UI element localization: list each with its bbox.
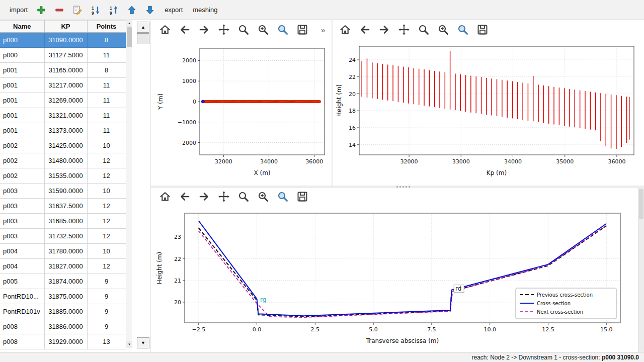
cell-points[interactable]: 9 [87, 319, 126, 334]
cell-name[interactable]: p001 [0, 93, 44, 108]
table-scrollbar-thumb[interactable] [127, 27, 132, 47]
cell-name[interactable]: p004 [0, 259, 44, 274]
panel-scrollbar[interactable]: ▲ ▼ [137, 22, 149, 348]
table-row[interactable]: p00131373.000011 [0, 123, 126, 138]
cell-kp[interactable]: 31929.0000 [44, 334, 87, 349]
cell-points[interactable]: 12 [87, 259, 126, 274]
cell-points[interactable]: 11 [87, 48, 126, 63]
table-row[interactable]: PontRD101v31885.00009 [0, 304, 126, 319]
cell-name[interactable]: p002 [0, 153, 44, 168]
table-row[interactable]: p00131321.000011 [0, 108, 126, 123]
table-row[interactable]: PontRD10...31875.00009 [0, 289, 126, 304]
cell-name[interactable]: p004 [0, 244, 44, 259]
zoom-in-button[interactable] [256, 23, 271, 37]
cell-points[interactable]: 10 [87, 138, 126, 153]
sort-descending-button[interactable]: 19 [90, 4, 103, 17]
zoom-select-button[interactable] [456, 23, 471, 37]
pan-button[interactable] [217, 23, 232, 37]
save-button[interactable] [475, 23, 491, 37]
cell-kp[interactable]: 31217.0000 [44, 78, 87, 93]
home-button[interactable] [158, 23, 173, 37]
import-button[interactable]: import [7, 5, 30, 15]
cell-kp[interactable]: 31480.0000 [44, 153, 87, 168]
home-button[interactable] [158, 190, 173, 204]
zoom-in-button[interactable] [256, 190, 271, 204]
zoom-button[interactable] [417, 23, 432, 37]
cell-kp[interactable]: 31886.0000 [44, 319, 87, 334]
save-button[interactable] [295, 190, 310, 204]
edit-cross-section-button[interactable] [71, 4, 85, 17]
pan-button[interactable] [397, 23, 412, 37]
cell-name[interactable]: p008 [0, 319, 44, 334]
horizontal-splitter[interactable] [151, 186, 644, 188]
cell-points[interactable]: 12 [87, 153, 126, 168]
cross-section-chart[interactable]: −2.50.02.55.07.510.012.515.020212223Tran… [152, 206, 638, 350]
cell-kp[interactable]: 31165.0000 [44, 63, 87, 78]
cell-kp[interactable]: 31827.0000 [44, 259, 87, 274]
pan-button[interactable] [217, 190, 232, 204]
cell-kp[interactable]: 31090.0000 [44, 33, 87, 48]
back-button[interactable] [178, 190, 193, 204]
cell-kp[interactable]: 31780.0000 [44, 244, 87, 259]
table-row[interactable]: p00831929.000013 [0, 334, 126, 349]
save-button[interactable] [295, 23, 310, 37]
cell-points[interactable]: 9 [87, 304, 126, 319]
forward-button[interactable] [197, 190, 212, 204]
cell-kp[interactable]: 31321.0000 [44, 108, 87, 123]
panel-scroll-down-button[interactable]: ▼ [137, 337, 149, 348]
cell-points[interactable]: 12 [87, 199, 126, 214]
right-vertical-scrollbar[interactable] [638, 188, 644, 352]
cell-points[interactable]: 10 [87, 184, 126, 199]
table-row[interactable]: p00331590.000010 [0, 184, 126, 199]
cell-points[interactable]: 9 [87, 289, 126, 304]
cell-name[interactable]: p003 [0, 199, 44, 214]
cell-name[interactable]: p000 [0, 48, 44, 63]
export-button[interactable]: export [162, 5, 185, 15]
zoom-button[interactable] [236, 23, 252, 37]
remove-cross-section-button[interactable] [53, 4, 66, 17]
cell-name[interactable]: p001 [0, 63, 44, 78]
table-scroll-down-button[interactable]: ▼ [126, 341, 132, 348]
table-row[interactable]: p00031090.00008 [0, 33, 126, 48]
cell-name[interactable]: p001 [0, 108, 44, 123]
forward-button[interactable] [197, 23, 212, 37]
meshing-button[interactable]: meshing [190, 5, 220, 15]
zoom-in-button[interactable] [436, 23, 451, 37]
move-up-button[interactable] [126, 4, 139, 17]
cell-name[interactable]: p001 [0, 78, 44, 93]
cell-name[interactable]: p008 [0, 334, 44, 349]
column-header-kp[interactable]: KP [44, 21, 87, 33]
forward-button[interactable] [377, 23, 392, 37]
cell-name[interactable]: p003 [0, 229, 44, 244]
cell-kp[interactable]: 31269.0000 [44, 93, 87, 108]
sort-ascending-button[interactable]: 19 [108, 4, 121, 17]
table-row[interactable]: p00231535.000012 [0, 168, 126, 184]
zoom-button[interactable] [236, 190, 252, 204]
table-row[interactable]: p00431780.000010 [0, 244, 126, 259]
cell-name[interactable]: p001 [0, 123, 44, 138]
table-row[interactable]: p00131165.00008 [0, 63, 126, 78]
cell-name[interactable]: PontRD10... [0, 289, 44, 304]
cell-name[interactable]: p003 [0, 184, 44, 199]
back-button[interactable] [358, 23, 373, 37]
column-header-points[interactable]: Points [87, 21, 126, 33]
cell-points[interactable]: 8 [87, 33, 126, 48]
cell-name[interactable]: p002 [0, 138, 44, 153]
table-scroll-up-button[interactable]: ▲ [126, 20, 132, 27]
table-row[interactable]: p00331637.500012 [0, 199, 126, 214]
cell-points[interactable]: 11 [87, 108, 126, 123]
cell-points[interactable]: 8 [87, 63, 126, 78]
table-row[interactable]: p00431827.000012 [0, 259, 126, 274]
cell-kp[interactable]: 31590.0000 [44, 184, 87, 199]
move-down-button[interactable] [144, 4, 157, 17]
longitudinal-profile-chart[interactable]: 3200033000340003500036000141618202224Kp … [333, 40, 642, 185]
cell-points[interactable]: 11 [87, 123, 126, 138]
cell-name[interactable]: p000 [0, 33, 44, 48]
table-row[interactable]: p00031127.500011 [0, 48, 126, 63]
add-cross-section-button[interactable] [35, 4, 48, 17]
table-row[interactable]: p00531874.00009 [0, 274, 126, 289]
cell-kp[interactable]: 31425.0000 [44, 138, 87, 153]
table-scrollbar[interactable]: ▲ ▼ [126, 20, 132, 348]
cell-points[interactable]: 11 [87, 93, 126, 108]
table-row[interactable]: p00331732.500012 [0, 229, 126, 244]
